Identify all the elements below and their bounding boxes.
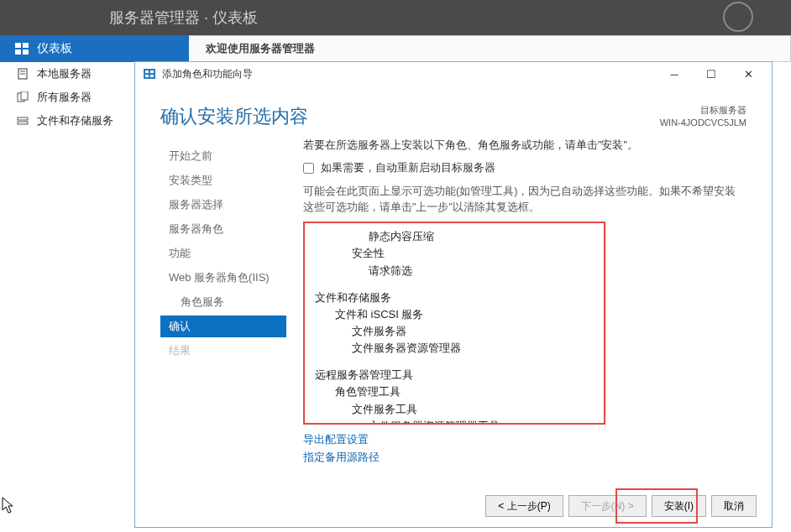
svg-rect-13 [150, 70, 154, 73]
step-server-roles[interactable]: 服务器角色 [160, 218, 286, 240]
svg-rect-2 [15, 50, 21, 55]
tree-item: 角色管理工具 [315, 383, 594, 400]
refresh-circle-icon[interactable] [723, 2, 753, 32]
sidebar-item-label: 仪表板 [37, 41, 72, 56]
svg-rect-9 [18, 117, 28, 120]
dest-value: WIN-4JODCVC5JLM [660, 117, 746, 129]
instruction-text: 若要在所选服务器上安装以下角色、角色服务或功能，请单击"安装"。 [303, 138, 746, 153]
tree-item: 请求筛选 [315, 263, 594, 279]
tree-item: 文件服务工具 [315, 401, 594, 418]
servers-icon [17, 91, 29, 103]
sidebar-item-label: 本地服务器 [37, 66, 92, 81]
close-button[interactable]: ✕ [730, 65, 767, 83]
step-results: 结果 [160, 340, 286, 362]
step-before-begin[interactable]: 开始之前 [160, 145, 286, 167]
svg-rect-3 [23, 50, 29, 55]
tree-item: 静态内容压缩 [315, 228, 594, 245]
maximize-button[interactable]: ☐ [693, 65, 730, 83]
sidebar-item-dashboard[interactable]: 仪表板 [0, 35, 189, 62]
wizard-heading: 确认安装所选内容 [160, 104, 308, 129]
wizard-title-text: 添加角色和功能向导 [162, 67, 253, 81]
dest-label: 目标服务器 [660, 104, 746, 117]
wizard-header: 确认安装所选内容 目标服务器 WIN-4JODCVC5JLM [135, 86, 772, 138]
previous-button[interactable]: < 上一步(P) [485, 495, 563, 517]
svg-rect-14 [145, 75, 149, 77]
tree-item: 文件服务器 [315, 323, 594, 340]
destination-server-info: 目标服务器 WIN-4JODCVC5JLM [660, 104, 746, 130]
minimize-button[interactable]: ─ [656, 65, 693, 83]
step-role-services[interactable]: 角色服务 [160, 291, 286, 313]
tree-item: 文件和 iSCSI 服务 [315, 306, 594, 323]
sidebar-item-label: 文件和存储服务 [37, 113, 113, 128]
auto-restart-label[interactable]: 如果需要，自动重新启动目标服务器 [321, 161, 495, 175]
server-manager-topbar: 服务器管理器 · 仪表板 [0, 0, 791, 35]
topbar-title: 服务器管理器 · 仪表板 [109, 8, 258, 28]
auto-restart-checkbox[interactable] [303, 163, 314, 174]
add-roles-wizard-window: 添加角色和功能向导 ─ ☐ ✕ 确认安装所选内容 目标服务器 WIN-4JODC… [134, 61, 773, 528]
server-manager-icon [144, 69, 155, 79]
step-confirm[interactable]: 确认 [160, 316, 286, 337]
tree-item: 安全性 [315, 245, 594, 262]
svg-rect-15 [150, 75, 154, 77]
mouse-cursor-icon [2, 497, 15, 515]
wizard-footer: < 上一步(P) 下一步(N) > 安装(I) 取消 [485, 495, 757, 517]
sidebar-item-label: 所有服务器 [37, 90, 92, 105]
svg-rect-10 [18, 122, 28, 124]
svg-rect-0 [15, 43, 21, 48]
storage-icon [17, 115, 29, 127]
wizard-steps-list: 开始之前 安装类型 服务器选择 服务器角色 功能 Web 服务器角色(IIS) … [160, 138, 286, 474]
tree-item: 文件和存储服务 [315, 289, 594, 306]
welcome-bar: 欢迎使用服务器管理器 [189, 35, 791, 62]
svg-rect-1 [23, 43, 29, 48]
step-server-select[interactable]: 服务器选择 [160, 194, 286, 216]
svg-rect-11 [144, 69, 155, 79]
tree-item: 文件服务器资源管理器 [315, 340, 594, 357]
step-install-type[interactable]: 安装类型 [160, 170, 286, 191]
cancel-button[interactable]: 取消 [711, 495, 757, 517]
server-icon [17, 68, 29, 80]
tree-item: 远程服务器管理工具 [315, 367, 594, 383]
export-config-link[interactable]: 导出配置设置 [303, 433, 746, 447]
svg-rect-8 [21, 91, 28, 100]
wizard-content: 若要在所选服务器上安装以下角色、角色服务或功能，请单击"安装"。 如果需要，自动… [286, 138, 746, 474]
step-web-iis[interactable]: Web 服务器角色(IIS) [160, 267, 286, 289]
tree-item: 文件服务器资源管理器工具 [315, 418, 594, 425]
install-button[interactable]: 安装(I) [652, 495, 706, 517]
alt-source-link[interactable]: 指定备用源路径 [303, 451, 746, 465]
optional-features-note: 可能会在此页面上显示可选功能(如管理工具)，因为已自动选择这些功能。如果不希望安… [303, 184, 746, 216]
wizard-titlebar[interactable]: 添加角色和功能向导 ─ ☐ ✕ [135, 62, 772, 86]
step-features[interactable]: 功能 [160, 243, 286, 264]
dashboard-icon [15, 43, 29, 55]
next-button: 下一步(N) > [568, 495, 647, 517]
selected-features-list[interactable]: 静态内容压缩 安全性 请求筛选 文件和存储服务 文件和 iSCSI 服务 文件服… [303, 222, 605, 425]
svg-rect-12 [145, 70, 149, 73]
